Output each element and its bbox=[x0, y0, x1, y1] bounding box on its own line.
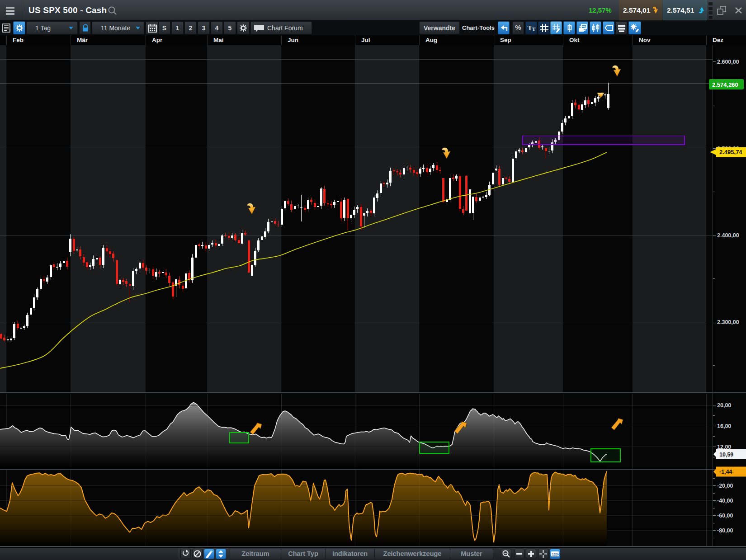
svg-text:2.400,00: 2.400,00 bbox=[717, 232, 739, 239]
svg-text:16,00: 16,00 bbox=[717, 423, 731, 429]
svg-text:10,59: 10,59 bbox=[719, 452, 733, 458]
svg-text:T: T bbox=[528, 24, 532, 32]
svg-text:-1,44: -1,44 bbox=[719, 469, 732, 475]
svg-text:2.574,260: 2.574,260 bbox=[712, 81, 738, 88]
svg-text:-80,00: -80,00 bbox=[717, 527, 733, 534]
svg-text:2.600,00: 2.600,00 bbox=[717, 59, 739, 65]
svg-text:-60,00: -60,00 bbox=[717, 513, 733, 519]
svg-text:-20,00: -20,00 bbox=[717, 483, 733, 489]
svg-text:-40,00: -40,00 bbox=[717, 498, 733, 504]
svg-text:2.300,00: 2.300,00 bbox=[717, 319, 739, 325]
svg-text:20,00: 20,00 bbox=[717, 402, 731, 409]
svg-text:2.495,74: 2.495,74 bbox=[719, 149, 742, 155]
svg-text:T: T bbox=[532, 26, 536, 32]
svg-text:1234: 1234 bbox=[552, 552, 560, 556]
svg-text:12,00: 12,00 bbox=[717, 444, 731, 450]
